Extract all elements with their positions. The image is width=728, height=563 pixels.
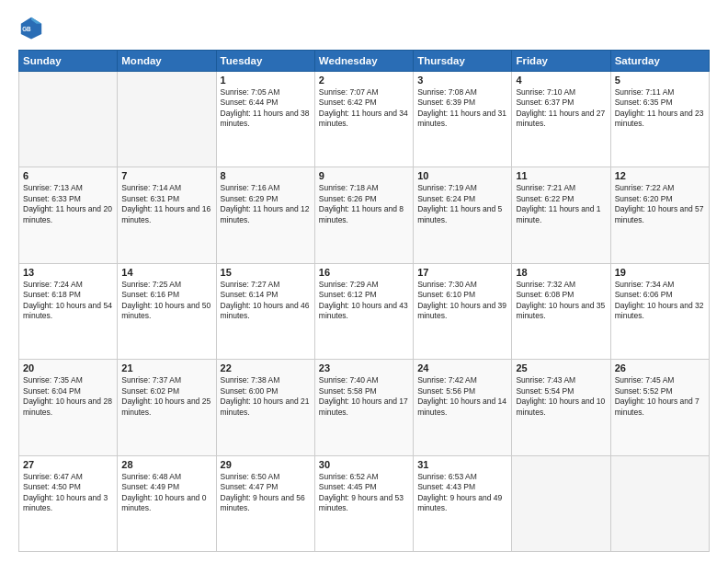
day-number: 23 xyxy=(319,362,409,373)
weekday-header-friday: Friday xyxy=(512,51,610,72)
calendar-cell: 4Sunrise: 7:10 AMSunset: 6:37 PMDaylight… xyxy=(512,72,610,167)
day-info: Sunrise: 7:16 AMSunset: 6:29 PMDaylight:… xyxy=(221,183,311,225)
day-info: Sunrise: 7:34 AMSunset: 6:06 PMDaylight:… xyxy=(615,280,705,322)
day-number: 22 xyxy=(221,362,311,373)
day-info: Sunrise: 6:50 AMSunset: 4:47 PMDaylight:… xyxy=(221,472,311,514)
day-number: 12 xyxy=(615,170,705,181)
day-info: Sunrise: 7:24 AMSunset: 6:18 PMDaylight:… xyxy=(23,280,113,322)
day-info: Sunrise: 7:42 AMSunset: 5:56 PMDaylight:… xyxy=(417,375,507,418)
calendar-week-3: 13Sunrise: 7:24 AMSunset: 6:18 PMDayligh… xyxy=(19,263,710,359)
calendar-cell: 1Sunrise: 7:05 AMSunset: 6:44 PMDaylight… xyxy=(216,72,314,167)
day-number: 27 xyxy=(23,459,113,470)
calendar-cell: 2Sunrise: 7:07 AMSunset: 6:42 PMDaylight… xyxy=(314,72,413,167)
calendar-cell: 25Sunrise: 7:43 AMSunset: 5:54 PMDayligh… xyxy=(512,360,610,455)
calendar-cell: 20Sunrise: 7:35 AMSunset: 6:04 PMDayligh… xyxy=(19,360,118,455)
header: GB xyxy=(18,15,710,40)
calendar-cell: 13Sunrise: 7:24 AMSunset: 6:18 PMDayligh… xyxy=(19,263,118,359)
logo: GB xyxy=(18,15,48,40)
day-info: Sunrise: 7:05 AMSunset: 6:44 PMDaylight:… xyxy=(221,87,311,130)
day-info: Sunrise: 6:48 AMSunset: 4:49 PMDaylight:… xyxy=(121,472,211,514)
calendar-cell: 26Sunrise: 7:45 AMSunset: 5:52 PMDayligh… xyxy=(610,360,709,455)
calendar-cell: 11Sunrise: 7:21 AMSunset: 6:22 PMDayligh… xyxy=(512,167,610,263)
day-number: 5 xyxy=(615,75,705,86)
day-info: Sunrise: 7:43 AMSunset: 5:54 PMDaylight:… xyxy=(516,375,606,418)
calendar-cell: 17Sunrise: 7:30 AMSunset: 6:10 PMDayligh… xyxy=(414,263,512,359)
day-info: Sunrise: 7:27 AMSunset: 6:14 PMDaylight:… xyxy=(221,280,311,322)
day-number: 17 xyxy=(417,267,507,278)
calendar-cell: 14Sunrise: 7:25 AMSunset: 6:16 PMDayligh… xyxy=(118,263,216,359)
weekday-header-row: SundayMondayTuesdayWednesdayThursdayFrid… xyxy=(19,51,710,72)
day-info: Sunrise: 7:32 AMSunset: 6:08 PMDaylight:… xyxy=(516,280,606,322)
day-number: 18 xyxy=(516,267,606,278)
day-info: Sunrise: 7:22 AMSunset: 6:20 PMDaylight:… xyxy=(615,183,705,225)
day-number: 6 xyxy=(23,170,113,181)
calendar-cell xyxy=(512,455,610,551)
calendar-week-5: 27Sunrise: 6:47 AMSunset: 4:50 PMDayligh… xyxy=(19,455,710,551)
day-info: Sunrise: 7:45 AMSunset: 5:52 PMDaylight:… xyxy=(615,375,705,418)
calendar-cell: 3Sunrise: 7:08 AMSunset: 6:39 PMDaylight… xyxy=(414,72,512,167)
day-number: 7 xyxy=(121,170,211,181)
day-number: 4 xyxy=(516,75,606,86)
day-info: Sunrise: 7:19 AMSunset: 6:24 PMDaylight:… xyxy=(417,183,507,225)
day-info: Sunrise: 7:35 AMSunset: 6:04 PMDaylight:… xyxy=(23,375,113,418)
logo-icon: GB xyxy=(18,15,44,40)
day-number: 1 xyxy=(221,75,311,86)
day-number: 30 xyxy=(319,459,409,470)
day-number: 24 xyxy=(417,362,507,373)
day-number: 10 xyxy=(417,170,507,181)
day-info: Sunrise: 7:30 AMSunset: 6:10 PMDaylight:… xyxy=(417,280,507,322)
calendar-cell: 12Sunrise: 7:22 AMSunset: 6:20 PMDayligh… xyxy=(610,167,709,263)
day-number: 28 xyxy=(121,459,211,470)
day-number: 3 xyxy=(417,75,507,86)
calendar-cell xyxy=(610,455,709,551)
calendar-week-1: 1Sunrise: 7:05 AMSunset: 6:44 PMDaylight… xyxy=(19,72,710,167)
weekday-header-thursday: Thursday xyxy=(414,51,512,72)
calendar-cell: 5Sunrise: 7:11 AMSunset: 6:35 PMDaylight… xyxy=(610,72,709,167)
calendar-cell xyxy=(19,72,118,167)
day-number: 8 xyxy=(221,170,311,181)
day-info: Sunrise: 7:18 AMSunset: 6:26 PMDaylight:… xyxy=(319,183,409,225)
svg-text:GB: GB xyxy=(22,26,31,32)
page: GB SundayMondayTuesdayWednesdayThursdayF… xyxy=(0,0,728,563)
day-number: 29 xyxy=(221,459,311,470)
weekday-header-monday: Monday xyxy=(118,51,216,72)
calendar-week-4: 20Sunrise: 7:35 AMSunset: 6:04 PMDayligh… xyxy=(19,360,710,455)
day-info: Sunrise: 7:07 AMSunset: 6:42 PMDaylight:… xyxy=(319,87,409,130)
day-number: 19 xyxy=(615,267,705,278)
day-info: Sunrise: 6:47 AMSunset: 4:50 PMDaylight:… xyxy=(23,472,113,514)
day-info: Sunrise: 7:40 AMSunset: 5:58 PMDaylight:… xyxy=(319,375,409,418)
day-number: 26 xyxy=(615,362,705,373)
day-info: Sunrise: 7:11 AMSunset: 6:35 PMDaylight:… xyxy=(615,87,705,130)
calendar-cell: 18Sunrise: 7:32 AMSunset: 6:08 PMDayligh… xyxy=(512,263,610,359)
calendar-cell: 19Sunrise: 7:34 AMSunset: 6:06 PMDayligh… xyxy=(610,263,709,359)
day-info: Sunrise: 6:52 AMSunset: 4:45 PMDaylight:… xyxy=(319,472,409,514)
day-number: 2 xyxy=(319,75,409,86)
calendar-cell: 29Sunrise: 6:50 AMSunset: 4:47 PMDayligh… xyxy=(216,455,314,551)
day-info: Sunrise: 7:10 AMSunset: 6:37 PMDaylight:… xyxy=(516,87,606,130)
calendar-cell: 9Sunrise: 7:18 AMSunset: 6:26 PMDaylight… xyxy=(314,167,413,263)
weekday-header-tuesday: Tuesday xyxy=(216,51,314,72)
day-info: Sunrise: 7:13 AMSunset: 6:33 PMDaylight:… xyxy=(23,183,113,225)
day-number: 11 xyxy=(516,170,606,181)
calendar-cell: 31Sunrise: 6:53 AMSunset: 4:43 PMDayligh… xyxy=(414,455,512,551)
calendar-cell: 30Sunrise: 6:52 AMSunset: 4:45 PMDayligh… xyxy=(314,455,413,551)
weekday-header-sunday: Sunday xyxy=(19,51,118,72)
calendar-cell: 16Sunrise: 7:29 AMSunset: 6:12 PMDayligh… xyxy=(314,263,413,359)
calendar-cell: 24Sunrise: 7:42 AMSunset: 5:56 PMDayligh… xyxy=(414,360,512,455)
calendar-cell: 15Sunrise: 7:27 AMSunset: 6:14 PMDayligh… xyxy=(216,263,314,359)
calendar-cell: 22Sunrise: 7:38 AMSunset: 6:00 PMDayligh… xyxy=(216,360,314,455)
calendar-cell: 28Sunrise: 6:48 AMSunset: 4:49 PMDayligh… xyxy=(118,455,216,551)
day-number: 16 xyxy=(319,267,409,278)
weekday-header-wednesday: Wednesday xyxy=(314,51,413,72)
calendar-table: SundayMondayTuesdayWednesdayThursdayFrid… xyxy=(18,50,710,552)
day-info: Sunrise: 7:38 AMSunset: 6:00 PMDaylight:… xyxy=(221,375,311,418)
weekday-header-saturday: Saturday xyxy=(610,51,709,72)
calendar-cell: 23Sunrise: 7:40 AMSunset: 5:58 PMDayligh… xyxy=(314,360,413,455)
day-number: 25 xyxy=(516,362,606,373)
calendar-cell: 6Sunrise: 7:13 AMSunset: 6:33 PMDaylight… xyxy=(19,167,118,263)
day-info: Sunrise: 7:08 AMSunset: 6:39 PMDaylight:… xyxy=(417,87,507,130)
day-number: 31 xyxy=(417,459,507,470)
calendar-cell: 7Sunrise: 7:14 AMSunset: 6:31 PMDaylight… xyxy=(118,167,216,263)
calendar-cell: 21Sunrise: 7:37 AMSunset: 6:02 PMDayligh… xyxy=(118,360,216,455)
day-number: 9 xyxy=(319,170,409,181)
